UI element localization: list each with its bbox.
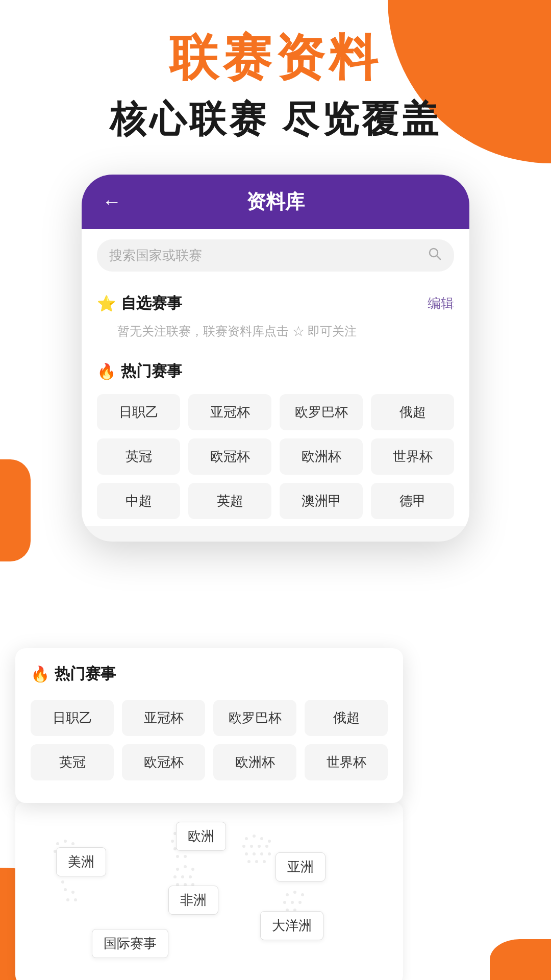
fire-icon-floating: 🔥 bbox=[31, 665, 49, 683]
region-international[interactable]: 国际赛事 bbox=[92, 929, 168, 958]
svg-rect-33 bbox=[260, 837, 263, 840]
floating-tag-item[interactable]: 俄超 bbox=[305, 700, 388, 736]
svg-rect-43 bbox=[247, 860, 251, 863]
hot-tag-item[interactable]: 澳洲甲 bbox=[280, 483, 363, 519]
header-area: 联赛资料 核心联赛 尽览覆盖 bbox=[0, 0, 551, 154]
floating-tag-item[interactable]: 英冠 bbox=[31, 744, 114, 780]
svg-rect-37 bbox=[258, 845, 261, 848]
hot-events-section-header: 🔥 热门赛事 bbox=[97, 350, 454, 387]
floating-tag-item[interactable]: 欧罗巴杯 bbox=[213, 700, 296, 736]
svg-rect-4 bbox=[71, 842, 74, 845]
region-oceania[interactable]: 大洋洲 bbox=[260, 911, 323, 940]
svg-rect-35 bbox=[242, 845, 245, 848]
svg-rect-42 bbox=[268, 852, 271, 855]
app-header: ← 资料库 bbox=[82, 175, 469, 229]
svg-rect-3 bbox=[64, 840, 67, 843]
svg-rect-59 bbox=[301, 893, 304, 896]
floating-card-header: 🔥 热门赛事 bbox=[31, 664, 388, 693]
svg-rect-45 bbox=[263, 860, 266, 863]
svg-rect-29 bbox=[176, 855, 179, 858]
svg-rect-41 bbox=[260, 852, 263, 855]
edit-button[interactable]: 编辑 bbox=[428, 295, 454, 312]
svg-rect-38 bbox=[265, 845, 268, 848]
search-input-wrap[interactable]: 搜索国家或联赛 bbox=[97, 239, 454, 272]
hot-tag-item[interactable]: 欧冠杯 bbox=[188, 438, 271, 475]
svg-rect-17 bbox=[71, 891, 74, 894]
region-asia[interactable]: 亚洲 bbox=[276, 852, 325, 881]
region-americas[interactable]: 美洲 bbox=[56, 847, 106, 876]
hot-tag-item[interactable]: 欧洲杯 bbox=[280, 438, 363, 475]
hot-events-title: 热门赛事 bbox=[121, 361, 182, 382]
hot-tag-item[interactable]: 俄超 bbox=[371, 394, 454, 430]
hot-tag-item[interactable]: 世界杯 bbox=[371, 438, 454, 475]
self-selected-title-wrap: ⭐ 自选赛事 bbox=[97, 293, 182, 314]
hot-tag-item[interactable]: 日职乙 bbox=[97, 394, 180, 430]
floating-title-wrap: 🔥 热门赛事 bbox=[31, 664, 116, 684]
floating-tag-item[interactable]: 世界杯 bbox=[305, 744, 388, 780]
hot-tag-item[interactable]: 亚冠杯 bbox=[188, 394, 271, 430]
phone-mockup: ← 资料库 搜索国家或联赛 ⭐ 自选赛事 编辑 暂无关注联赛，联赛资料库点击 ☆… bbox=[82, 175, 469, 542]
fire-icon-app: 🔥 bbox=[97, 362, 116, 380]
svg-rect-39 bbox=[245, 852, 248, 855]
svg-rect-34 bbox=[268, 840, 271, 843]
bg-decoration-bottom-right bbox=[490, 939, 551, 980]
world-map-container: 美洲 欧洲 亚洲 非洲 大洋洲 国际赛事 bbox=[26, 812, 393, 975]
self-selected-title: 自选赛事 bbox=[121, 293, 182, 314]
svg-rect-40 bbox=[253, 852, 256, 855]
svg-point-0 bbox=[430, 249, 438, 257]
floating-section-title: 热门赛事 bbox=[55, 664, 116, 684]
floating-tags-grid: 日职乙亚冠杯欧罗巴杯俄超英冠欧冠杯欧洲杯世界杯 bbox=[31, 693, 388, 788]
bg-decoration-left-mid bbox=[0, 459, 31, 561]
svg-rect-31 bbox=[245, 837, 248, 840]
back-button[interactable]: ← bbox=[102, 191, 121, 213]
svg-rect-46 bbox=[176, 868, 179, 871]
svg-rect-30 bbox=[184, 855, 187, 858]
app-title: 资料库 bbox=[246, 189, 305, 215]
main-title: 联赛资料 bbox=[41, 31, 510, 85]
svg-rect-60 bbox=[283, 901, 286, 904]
world-map-section: 美洲 欧洲 亚洲 非洲 大洋洲 国际赛事 bbox=[15, 801, 403, 980]
hot-tag-item[interactable]: 欧罗巴杯 bbox=[280, 394, 363, 430]
svg-rect-32 bbox=[253, 835, 256, 838]
svg-rect-44 bbox=[255, 860, 258, 863]
svg-rect-15 bbox=[61, 880, 64, 884]
self-selected-empty-text: 暂无关注联赛，联赛资料库点击 ☆ 即可关注 bbox=[97, 319, 454, 350]
svg-rect-16 bbox=[64, 888, 67, 891]
svg-rect-18 bbox=[66, 898, 69, 901]
svg-rect-36 bbox=[250, 845, 253, 848]
floating-tag-item[interactable]: 日职乙 bbox=[31, 700, 114, 736]
search-bar: 搜索国家或联赛 bbox=[82, 229, 469, 282]
svg-line-1 bbox=[437, 256, 441, 259]
svg-rect-2 bbox=[56, 842, 59, 845]
self-selected-section-header: ⭐ 自选赛事 编辑 bbox=[97, 282, 454, 319]
star-icon: ⭐ bbox=[97, 295, 116, 312]
svg-rect-51 bbox=[189, 875, 192, 878]
search-placeholder: 搜索国家或联赛 bbox=[109, 247, 428, 264]
svg-rect-62 bbox=[298, 901, 302, 904]
floating-tag-item[interactable]: 亚冠杯 bbox=[122, 700, 205, 736]
svg-rect-50 bbox=[181, 875, 184, 878]
search-icon bbox=[428, 247, 442, 264]
floating-tag-item[interactable]: 欧洲杯 bbox=[213, 744, 296, 780]
floating-card: 🔥 热门赛事 日职乙亚冠杯欧罗巴杯俄超英冠欧冠杯欧洲杯世界杯 bbox=[15, 648, 403, 803]
floating-tag-item[interactable]: 欧冠杯 bbox=[122, 744, 205, 780]
sub-title: 核心联赛 尽览覆盖 bbox=[41, 95, 510, 144]
hot-events-title-wrap: 🔥 热门赛事 bbox=[97, 361, 182, 382]
region-africa[interactable]: 非洲 bbox=[168, 886, 218, 915]
svg-rect-57 bbox=[286, 893, 289, 896]
hot-tag-item[interactable]: 德甲 bbox=[371, 483, 454, 519]
svg-rect-48 bbox=[191, 868, 194, 871]
svg-rect-23 bbox=[171, 840, 174, 843]
hot-tag-item[interactable]: 英冠 bbox=[97, 438, 180, 475]
hot-events-tags-grid: 日职乙亚冠杯欧罗巴杯俄超英冠欧冠杯欧洲杯世界杯中超英超澳洲甲德甲 bbox=[97, 387, 454, 526]
svg-rect-58 bbox=[293, 891, 296, 894]
hot-tag-item[interactable]: 中超 bbox=[97, 483, 180, 519]
svg-rect-19 bbox=[74, 898, 77, 901]
content-area: ⭐ 自选赛事 编辑 暂无关注联赛，联赛资料库点击 ☆ 即可关注 🔥 热门赛事 日… bbox=[82, 282, 469, 526]
svg-rect-49 bbox=[173, 875, 177, 878]
hot-tag-item[interactable]: 英超 bbox=[188, 483, 271, 519]
svg-rect-61 bbox=[291, 901, 294, 904]
svg-rect-47 bbox=[184, 865, 187, 868]
region-europe[interactable]: 欧洲 bbox=[176, 822, 226, 851]
